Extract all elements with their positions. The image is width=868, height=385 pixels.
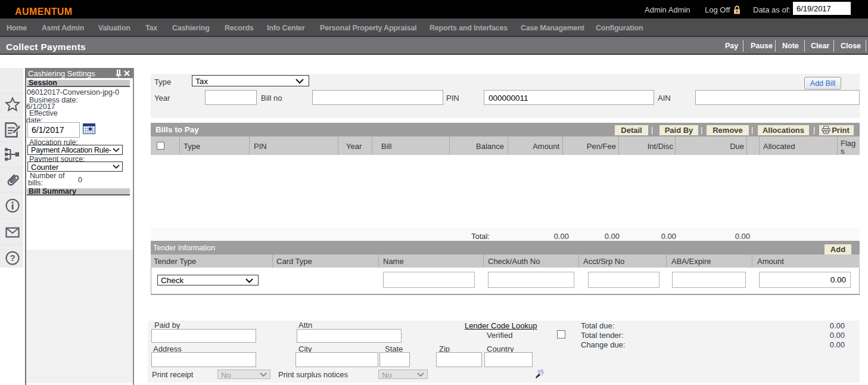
svg-text:?: ? [10,253,15,263]
